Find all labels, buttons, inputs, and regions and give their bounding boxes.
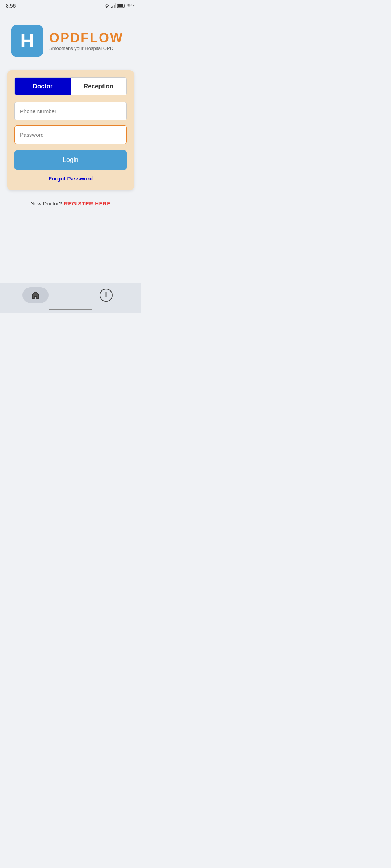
logo-section: H OPDFLOW Smoothens your Hospital OPD [7,25,134,57]
login-card: Doctor Reception Login Forgot Password [7,70,134,190]
svg-text:i: i [105,291,107,299]
password-input[interactable] [14,125,127,144]
logo-icon: H [11,25,43,57]
status-bar: 8:56 95% [0,0,141,10]
home-icon [31,291,40,299]
register-section: New Doctor? REGISTER HERE [30,200,111,207]
app-tagline: Smoothens your Hospital OPD [49,46,123,51]
register-label: New Doctor? [30,200,62,207]
svg-rect-1 [111,7,112,8]
svg-rect-2 [112,6,113,8]
forgot-password-link[interactable]: Forgot Password [14,175,127,182]
info-icon: i [100,289,113,302]
battery-icon [117,4,125,8]
info-nav-button[interactable]: i [93,287,119,303]
status-time: 8:56 [6,3,16,9]
bottom-nav: i [0,283,141,306]
svg-rect-4 [115,3,116,8]
svg-rect-6 [124,5,125,7]
login-button[interactable]: Login [14,150,127,170]
reception-tab[interactable]: Reception [71,78,126,95]
phone-number-input[interactable] [14,102,127,120]
wifi-icon [104,4,110,8]
logo-text-section: OPDFLOW Smoothens your Hospital OPD [49,31,123,51]
signal-icon [111,3,116,8]
tab-switcher: Doctor Reception [14,77,127,95]
svg-rect-7 [118,4,123,7]
home-nav-button[interactable] [22,287,49,303]
battery-percentage: 95% [127,3,135,8]
logo-letter: H [20,31,34,50]
bottom-indicator [0,306,141,313]
svg-point-0 [106,7,107,8]
register-link[interactable]: REGISTER HERE [64,200,111,207]
svg-rect-3 [114,5,115,8]
main-content: H OPDFLOW Smoothens your Hospital OPD Do… [0,10,141,248]
bottom-bar [49,309,92,310]
app-name: OPDFLOW [49,31,123,45]
spacer [0,248,141,283]
doctor-tab[interactable]: Doctor [15,78,71,95]
status-icons: 95% [104,3,135,8]
